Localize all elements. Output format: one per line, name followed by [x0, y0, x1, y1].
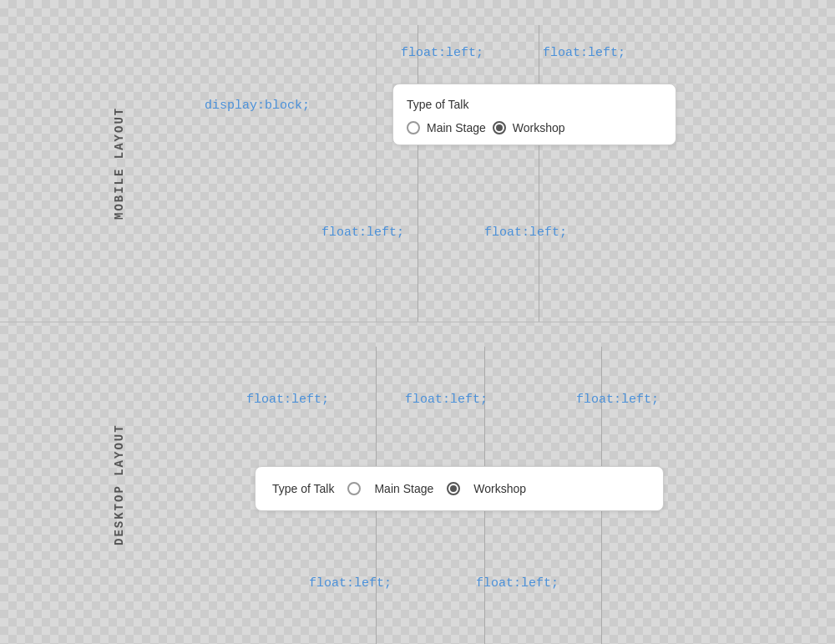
desktop-option-main-stage-label: Main Stage — [374, 482, 433, 495]
desktop-float-top-1: float:left; — [246, 393, 329, 407]
mobile-float-bottom-2: float:left; — [484, 226, 567, 240]
mobile-option-main-stage-label: Main Stage — [427, 121, 486, 134]
desktop-radio-workshop[interactable] — [447, 482, 460, 495]
mobile-guide-0 — [376, 25, 377, 322]
mobile-option-workshop-label: Workshop — [513, 121, 565, 134]
mobile-guide-1 — [418, 25, 418, 322]
mobile-layout-label: Mobile Layout — [113, 25, 126, 301]
mobile-float-bottom-1: float:left; — [321, 226, 404, 240]
desktop-radio-main-stage[interactable] — [347, 482, 361, 495]
desktop-float-bottom-1: float:left; — [309, 576, 392, 591]
mobile-float-top-2: float:left; — [543, 46, 625, 60]
mobile-radio-workshop[interactable] — [493, 121, 506, 134]
mobile-guide-2 — [539, 25, 539, 322]
mobile-widget-box: Type of Talk Main Stage Workshop — [392, 84, 676, 145]
desktop-float-bottom-2: float:left; — [476, 576, 559, 591]
mobile-float-top-1: float:left; — [401, 46, 483, 60]
display-block-label: display:block; — [205, 99, 310, 113]
mobile-radio-group: Main Stage Workshop — [407, 121, 662, 134]
desktop-float-top-3: float:left; — [576, 393, 659, 407]
desktop-field-label: Type of Talk — [272, 482, 334, 495]
desktop-option-workshop-label: Workshop — [473, 482, 526, 495]
mobile-field-label: Type of Talk — [407, 94, 662, 114]
desktop-float-top-2: float:left; — [405, 393, 488, 407]
desktop-widget-box: Type of Talk Main Stage Workshop — [255, 466, 664, 511]
mobile-radio-main-stage[interactable] — [407, 121, 420, 134]
desktop-layout-label: Desktop Layout — [113, 347, 126, 622]
section-divider — [0, 322, 835, 322]
